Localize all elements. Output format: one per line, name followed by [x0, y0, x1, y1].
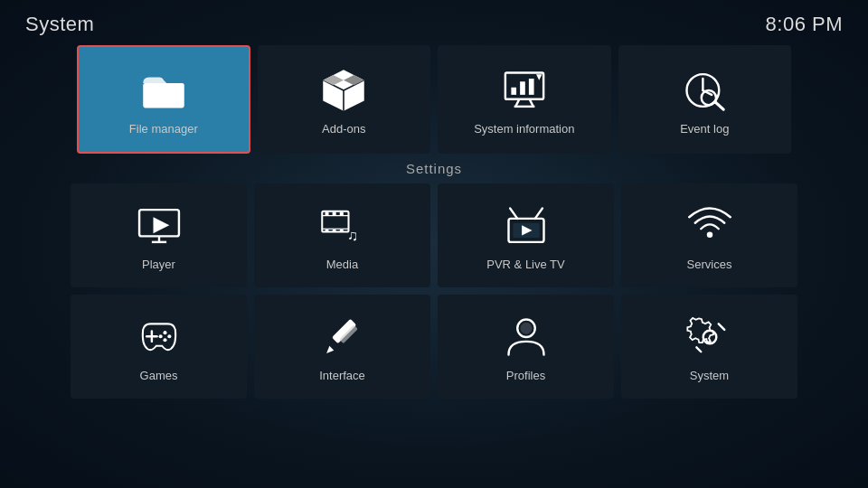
games-icon	[135, 313, 184, 361]
tile-profiles-label: Profiles	[506, 369, 545, 382]
add-ons-icon	[319, 66, 368, 115]
tile-system[interactable]: System	[621, 295, 797, 399]
svg-rect-28	[325, 230, 328, 231]
media-icon: ♫	[318, 202, 367, 250]
svg-line-51	[696, 347, 701, 352]
tile-file-manager-label: File manager	[129, 122, 198, 136]
tile-system-label: System	[690, 369, 729, 382]
tile-media[interactable]: ♫ Media	[254, 183, 430, 287]
svg-marker-21	[153, 217, 169, 233]
settings-label: Settings	[406, 161, 462, 176]
svg-rect-27	[339, 212, 343, 216]
settings-section: Settings Player	[0, 161, 868, 406]
svg-rect-29	[332, 230, 335, 231]
tile-system-information-label: System information	[474, 122, 574, 136]
system-information-icon	[500, 66, 549, 115]
profiles-icon	[502, 313, 551, 361]
system-icon	[685, 313, 734, 361]
svg-point-42	[163, 338, 166, 342]
player-icon	[135, 202, 184, 250]
tile-interface[interactable]: Interface	[254, 295, 430, 399]
settings-row-1: Player ♫ Media	[0, 183, 868, 287]
svg-point-37	[706, 232, 712, 239]
svg-rect-8	[529, 79, 534, 95]
tile-services-label: Services	[687, 258, 732, 271]
svg-rect-7	[520, 81, 525, 95]
clock: 8:06 PM	[766, 13, 843, 36]
file-manager-icon	[139, 66, 188, 115]
interface-icon	[318, 313, 367, 361]
svg-rect-30	[339, 230, 343, 231]
header: System 8:06 PM	[0, 0, 868, 45]
event-log-icon	[680, 66, 729, 115]
tile-games-label: Games	[140, 369, 178, 382]
svg-rect-6	[511, 87, 516, 94]
svg-point-41	[167, 334, 171, 338]
tile-player[interactable]: Player	[71, 183, 247, 287]
svg-line-16	[715, 102, 723, 109]
tile-event-log[interactable]: Event log	[618, 45, 791, 154]
pvr-live-tv-icon	[502, 202, 551, 250]
svg-line-32	[510, 209, 517, 219]
tile-pvr-live-tv[interactable]: PVR & Live TV	[438, 183, 614, 287]
tile-event-log-label: Event log	[680, 122, 729, 136]
svg-marker-12	[536, 74, 542, 80]
tile-profiles[interactable]: Profiles	[438, 295, 614, 399]
settings-row-2: Games Interface	[0, 295, 868, 399]
tile-player-label: Player	[142, 258, 175, 271]
tile-add-ons[interactable]: Add-ons	[258, 45, 430, 154]
tile-file-manager[interactable]: File manager	[77, 45, 250, 154]
svg-rect-26	[332, 212, 335, 216]
tile-media-label: Media	[326, 258, 358, 271]
svg-rect-0	[143, 82, 184, 108]
svg-rect-25	[325, 212, 328, 216]
svg-point-40	[163, 331, 166, 334]
tile-games[interactable]: Games	[71, 295, 247, 399]
svg-text:♫: ♫	[346, 227, 357, 243]
svg-point-43	[158, 334, 162, 338]
tile-system-information[interactable]: System information	[438, 45, 610, 154]
tile-interface-label: Interface	[319, 369, 365, 382]
svg-point-48	[520, 323, 532, 334]
services-icon	[685, 202, 734, 250]
top-row: File manager Add-ons	[0, 45, 868, 154]
svg-marker-45	[326, 346, 334, 353]
page-title: System	[25, 13, 94, 36]
tile-pvr-live-tv-label: PVR & Live TV	[486, 258, 564, 271]
tile-add-ons-label: Add-ons	[322, 122, 365, 136]
svg-line-33	[534, 209, 542, 219]
tile-services[interactable]: Services	[621, 183, 797, 287]
svg-line-50	[718, 324, 724, 330]
